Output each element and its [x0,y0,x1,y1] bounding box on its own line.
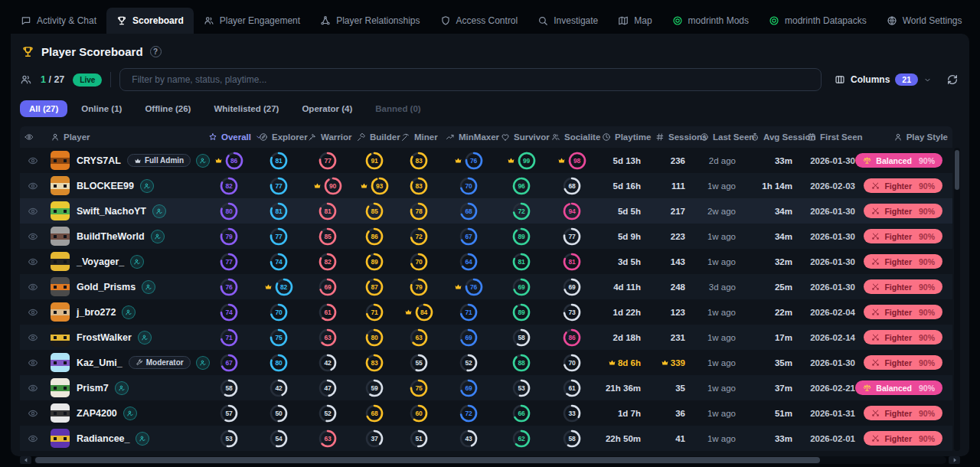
swords-icon [871,358,880,367]
player-row-zap4200[interactable]: ZAP420057505268607266331d 7h361w ago51m2… [20,400,952,426]
stat-value: 83 [364,353,384,373]
filter-chip-offline-26[interactable]: Offline (26) [136,100,200,117]
player-row-voyager[interactable]: _Voyager_77748289706481813d 5h1431w ago3… [20,249,952,274]
vertical-scrollbar-thumb[interactable] [955,150,959,190]
whitelist-badge[interactable] [115,381,129,395]
stat-ring-circle: 81 [562,252,582,272]
nav-tab-investigate[interactable]: Investigate [528,8,608,34]
column-header-miner[interactable]: Miner [397,132,441,142]
player-row-radiancee[interactable]: Radiancee_535463375143625822h 50m411w ag… [20,426,952,451]
help-icon[interactable]: ? [150,46,162,57]
nav-tab-scoreboard[interactable]: Scoreboard [106,8,194,34]
columns-button[interactable]: Columns 21 [830,73,936,87]
player-count: 1 / 27 [41,74,64,85]
nav-tab-modrinth-datapacks[interactable]: modrinth Datapacks [759,8,877,34]
column-header-warrior[interactable]: Warrior [303,132,352,142]
last-seen-value: 1w ago [707,257,736,266]
whitelist-badge[interactable] [138,331,152,345]
stat-value: 88 [511,353,531,373]
whitelist-badge[interactable] [142,280,155,294]
column-header-explorer[interactable]: Explorer [254,132,303,142]
stat-value: 69 [459,328,479,348]
nav-tab-activity-chat[interactable]: Activity & Chat [11,8,106,34]
search-input[interactable] [119,68,822,91]
refresh-button[interactable] [945,73,960,86]
filter-chip-whitelisted-27[interactable]: Whitelisted (27) [204,100,288,117]
column-header-overall[interactable]: Overall [204,132,254,142]
sessions-value: 111 [671,181,685,191]
first-seen-cell: 2026-01-30 [802,350,865,375]
whitelist-badge[interactable] [136,432,149,446]
eye-icon [24,132,34,142]
column-header-last_seen[interactable]: Last Seen [695,132,746,142]
avg-session-cell: 34m [746,198,802,224]
whitelist-badge[interactable] [152,204,166,218]
player-row-j-bro272[interactable]: j_bro27274706171847189731d 22h1231w ago2… [20,299,952,325]
stat-value: 71 [364,302,384,322]
player-row-blockee99[interactable]: BLOCKEE9982779093837096685d 16h1111w ago… [20,173,952,198]
nav-tab-world-settings[interactable]: World Settings [877,8,972,34]
avg-session-cell: 33m [746,148,802,173]
status-filter-group: All (27)Online (1)Offline (26)Whiteliste… [20,100,960,117]
column-header-first_seen[interactable]: First Seen [802,132,865,142]
column-header-avg_session[interactable]: Avg Session [746,132,802,142]
play-style-percent: 90% [919,434,935,443]
player-row-gold-prisms[interactable]: Gold_Prisms76826987797669694d 11h2483d a… [20,274,952,299]
nav-tab-player-engagement[interactable]: Player Engagement [194,8,310,34]
player-row-crys7al[interactable]: CRYS7ALFull Admin86817791837699985d 13h2… [20,148,952,173]
player-row-prism7[interactable]: Prism7584247597569536121h 36m351w ago37m… [20,375,952,400]
nav-tab-access-control[interactable]: Access Control [430,8,528,34]
stat-ring-circle: 86 [562,328,582,348]
play-style-cell: Fighter90% [865,400,952,426]
nav-tab-modrinth-mods[interactable]: modrinth Mods [662,8,759,34]
stat-value: 89 [364,252,384,272]
nav-tab-player-relationships[interactable]: Player Relationships [310,8,430,34]
stat-cell-miner: 55 [397,350,441,375]
column-header-play_style[interactable]: Play Style [865,132,952,142]
whitelist-badge[interactable] [122,305,136,319]
stat-ring: 94 [562,201,582,221]
column-header-playtime[interactable]: Playtime [597,132,651,142]
filter-chip-all-27[interactable]: All (27) [20,100,67,117]
stat-ring: 77 [269,227,289,247]
stat-ring-circle: 83 [364,353,384,373]
filter-chip-banned-0[interactable]: Banned (0) [366,100,430,117]
stat-ring-circle: 70 [459,176,479,196]
filter-chip-online-1[interactable]: Online (1) [72,100,131,117]
avg-session-cell: 35m [746,350,802,375]
stat-value: 86 [364,227,384,247]
nav-tab-map[interactable]: Map [608,8,662,34]
stat-cell-explorer: 74 [254,249,303,274]
whitelist-badge[interactable] [123,407,137,420]
whitelist-badge[interactable] [140,179,154,193]
horizontal-scrollbar-thumb[interactable] [35,457,820,463]
column-header-player[interactable]: Player [46,132,204,142]
column-header-survivor[interactable]: Survivor [496,132,547,142]
play-style-cell: Fighter90% [865,173,952,198]
stat-value: 54 [269,429,289,449]
column-header-minmaxer[interactable]: MinMaxer [441,132,496,142]
first-seen-value: 2026-01-31 [810,409,855,418]
player-row-kaz-umi[interactable]: Kaz_Umi_Moderator67804283555288708d 6h33… [20,350,952,375]
player-row-swift-nachoyt[interactable]: Swift_NachoYT80818185786872945d 5h2172w … [20,198,952,224]
player-row-buildtheworld[interactable]: BuildTheWorld79778586726789775d 9h2231w … [20,224,952,249]
stat-value: 85 [364,201,384,221]
stat-cell-warrior: 63 [303,426,352,451]
filter-chip-operator-4[interactable]: Operator (4) [292,100,361,117]
vertical-scrollbar[interactable] [954,148,960,451]
stat-cell-miner: 79 [397,274,441,299]
column-header-sessions[interactable]: Sessions [651,132,695,142]
stat-cell-overall: 71 [204,325,254,350]
column-header-visibility[interactable] [20,132,46,142]
stat-ring-circle: 58 [562,429,582,449]
whitelist-badge[interactable] [151,230,165,243]
column-header-builder[interactable]: Builder [352,132,397,142]
nav-tab-hibernation[interactable]: Hibernation [972,8,980,34]
scroll-left-button[interactable] [20,456,31,464]
stat-value: 67 [459,227,479,247]
scroll-right-button[interactable] [949,456,960,464]
column-header-socialite[interactable]: Socialite [547,132,597,142]
player-row-frostwalker[interactable]: FrostWalker71756380636958862d 18h2311w a… [20,325,952,350]
whitelist-badge[interactable] [130,255,144,269]
horizontal-scrollbar-track[interactable] [34,456,946,464]
